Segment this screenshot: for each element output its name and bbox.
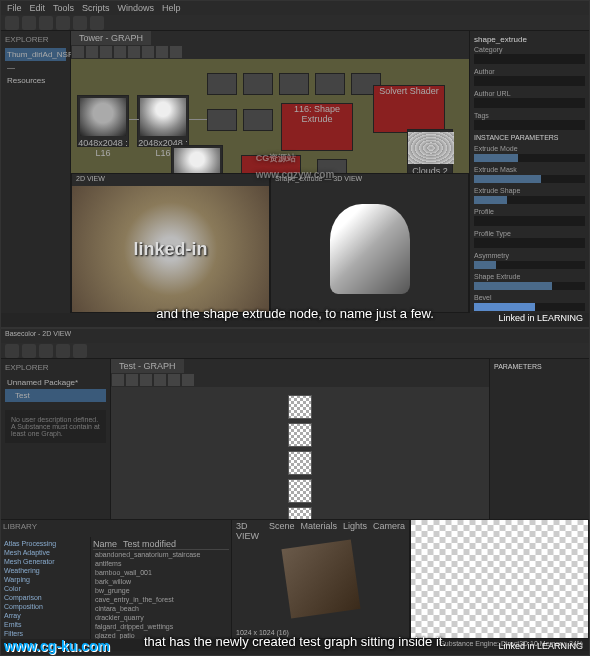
list-item[interactable]: drackler_quarry <box>93 613 229 622</box>
menu-tools[interactable]: Tools <box>53 3 74 13</box>
tree-item-resources[interactable]: Resources <box>5 74 66 87</box>
graph-tool-icon[interactable] <box>182 374 194 386</box>
graph-tool-icon[interactable] <box>154 374 166 386</box>
tree-item-test[interactable]: Test <box>5 389 106 402</box>
category[interactable]: Emits <box>3 620 88 629</box>
list-item[interactable]: cintara_beach <box>93 604 229 613</box>
output-node[interactable] <box>288 451 312 475</box>
node-small[interactable] <box>317 159 347 173</box>
graph-tool-icon[interactable] <box>114 46 126 58</box>
param-slider[interactable] <box>474 196 585 204</box>
undo-icon[interactable] <box>56 16 70 30</box>
open-icon[interactable] <box>22 16 36 30</box>
menu-file[interactable]: File <box>7 3 22 13</box>
param-field[interactable] <box>474 76 585 86</box>
redo-icon[interactable] <box>73 16 87 30</box>
graph-tool-icon[interactable] <box>168 374 180 386</box>
output-node[interactable] <box>288 479 312 503</box>
view-menu[interactable]: Camera <box>373 521 405 531</box>
list-item[interactable]: cave_entry_in_the_forest <box>93 595 229 604</box>
param-slider[interactable] <box>474 261 585 269</box>
tree-package[interactable]: Unnamed Package* <box>5 376 106 389</box>
param-field[interactable] <box>474 98 585 108</box>
tree-item[interactable]: — <box>5 61 66 74</box>
node-graph[interactable] <box>111 387 489 519</box>
tab-tower-graph[interactable]: Tower - GRAPH <box>71 31 151 45</box>
tab-test-graph[interactable]: Test - GRAPH <box>111 359 184 373</box>
graph-tool-icon[interactable] <box>112 374 124 386</box>
node-graph[interactable]: 4048x2048 : L16 2048x2048 : L16 116: Sha… <box>71 59 469 173</box>
graph-tool-icon[interactable] <box>142 46 154 58</box>
node-tower[interactable]: 4048x2048 : L16 <box>77 95 129 147</box>
2d-view-panel[interactable]: Basecolor - 2D VIEW <box>410 519 589 639</box>
param-slider[interactable] <box>474 154 585 162</box>
graph-tool-icon[interactable] <box>170 46 182 58</box>
node-shape[interactable]: 2048x2048 : L16 <box>137 95 189 147</box>
node-small[interactable] <box>207 73 237 95</box>
category[interactable]: Atlas Processing <box>3 539 88 548</box>
param-field[interactable] <box>474 54 585 64</box>
node-clouds[interactable]: Clouds 2 <box>407 129 453 173</box>
new-icon[interactable] <box>5 344 19 358</box>
view-menu[interactable]: Scene <box>269 521 295 531</box>
graph-tool-icon[interactable] <box>86 46 98 58</box>
menu-windows[interactable]: Windows <box>118 3 155 13</box>
output-node[interactable] <box>288 507 312 519</box>
undo-icon[interactable] <box>56 344 70 358</box>
category[interactable]: Mesh Generator <box>3 557 88 566</box>
param-field[interactable] <box>474 120 585 130</box>
category[interactable]: Comparison <box>3 593 88 602</box>
node-small[interactable] <box>279 73 309 95</box>
2d-view-content[interactable]: linked-in <box>72 186 269 312</box>
graph-tool-icon[interactable] <box>128 46 140 58</box>
output-node[interactable] <box>288 423 312 447</box>
open-icon[interactable] <box>22 344 36 358</box>
view-menu[interactable]: Lights <box>343 521 367 531</box>
tree-item-package[interactable]: Thum_diriAd_NSP… <box>5 48 66 61</box>
list-item[interactable]: bark_willow <box>93 577 229 586</box>
category[interactable]: Mesh Adaptive <box>3 548 88 557</box>
node-small[interactable] <box>315 73 345 95</box>
new-icon[interactable] <box>5 16 19 30</box>
save-icon[interactable] <box>39 344 53 358</box>
redo-icon[interactable] <box>73 344 87 358</box>
list-item[interactable]: bamboo_wall_001 <box>93 568 229 577</box>
save-icon[interactable] <box>39 16 53 30</box>
category[interactable]: Array <box>3 611 88 620</box>
menu-scripts[interactable]: Scripts <box>82 3 110 13</box>
category[interactable]: Composition <box>3 602 88 611</box>
node[interactable] <box>171 145 223 173</box>
graph-tool-icon[interactable] <box>156 46 168 58</box>
list-item[interactable]: abandoned_sanatorium_staircase <box>93 550 229 559</box>
graph-tool-icon[interactable] <box>72 46 84 58</box>
main-menu-bar[interactable]: File Edit Tools Scripts Windows Help <box>1 1 589 15</box>
3d-view-panel[interactable]: 3D VIEW Scene Materials Lights Camera 10… <box>231 519 410 639</box>
list-item[interactable]: falgard_dripped_wettings <box>93 622 229 631</box>
node-small[interactable] <box>243 73 273 95</box>
list-item[interactable]: antifems <box>93 559 229 568</box>
node-small[interactable] <box>207 109 237 131</box>
category[interactable]: Warping <box>3 575 88 584</box>
export-icon[interactable] <box>90 16 104 30</box>
node-shape-extrude[interactable]: 116: Shape Extrude <box>281 103 353 151</box>
param-field[interactable] <box>474 238 585 248</box>
col-name[interactable]: Name <box>93 539 117 549</box>
view-menu[interactable]: Materials <box>300 521 337 531</box>
category[interactable]: Weathering <box>3 566 88 575</box>
menu-edit[interactable]: Edit <box>30 3 46 13</box>
node-red[interactable] <box>241 155 301 173</box>
3d-view-content[interactable] <box>271 186 468 312</box>
menu-help[interactable]: Help <box>162 3 181 13</box>
output-node[interactable] <box>288 395 312 419</box>
param-slider[interactable] <box>474 282 585 290</box>
graph-tool-icon[interactable] <box>126 374 138 386</box>
list-item[interactable]: bw_grunge <box>93 586 229 595</box>
node-small[interactable] <box>243 109 273 131</box>
param-field[interactable] <box>474 216 585 226</box>
graph-tool-icon[interactable] <box>100 46 112 58</box>
col-modified[interactable]: Test modified <box>123 539 176 549</box>
graph-tool-icon[interactable] <box>140 374 152 386</box>
category[interactable]: Color <box>3 584 88 593</box>
param-slider[interactable] <box>474 175 585 183</box>
node-solvert[interactable]: Solvert Shader <box>373 85 445 133</box>
